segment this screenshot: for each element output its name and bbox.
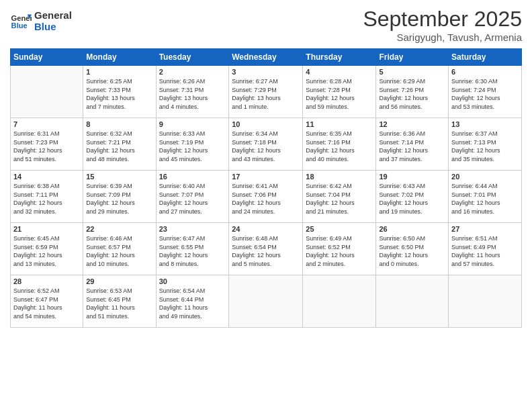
calendar-cell [376,275,449,328]
day-number: 6 [451,68,519,76]
day-info: Sunrise: 6:26 AMSunset: 7:31 PMDaylight:… [159,77,226,111]
day-number: 25 [306,225,373,233]
calendar-body: 1Sunrise: 6:25 AMSunset: 7:33 PMDaylight… [11,66,522,328]
calendar-week-row: 28Sunrise: 6:52 AMSunset: 6:47 PMDayligh… [11,275,522,328]
day-info: Sunrise: 6:49 AMSunset: 6:52 PMDaylight:… [306,234,373,268]
calendar-cell: 12Sunrise: 6:36 AMSunset: 7:14 PMDayligh… [376,118,449,171]
calendar-cell: 5Sunrise: 6:29 AMSunset: 7:26 PMDaylight… [376,66,449,118]
day-number: 19 [379,173,445,181]
logo: General Blue General Blue [10,9,72,32]
day-number: 16 [159,173,226,181]
weekday-header-sunday: Sunday [11,49,83,66]
day-info: Sunrise: 6:45 AMSunset: 6:59 PMDaylight:… [13,234,80,268]
calendar-cell: 8Sunrise: 6:32 AMSunset: 7:21 PMDaylight… [83,118,156,171]
calendar-cell: 26Sunrise: 6:50 AMSunset: 6:50 PMDayligh… [376,223,449,275]
calendar-cell: 27Sunrise: 6:51 AMSunset: 6:49 PMDayligh… [449,223,522,275]
calendar-week-row: 21Sunrise: 6:45 AMSunset: 6:59 PMDayligh… [11,223,522,275]
calendar-cell: 6Sunrise: 6:30 AMSunset: 7:24 PMDaylight… [449,66,522,118]
calendar-cell: 11Sunrise: 6:35 AMSunset: 7:16 PMDayligh… [303,118,376,171]
weekday-header-row: SundayMondayTuesdayWednesdayThursdayFrid… [11,49,522,66]
logo-general: General [34,9,72,21]
day-number: 2 [159,68,226,76]
calendar-cell [449,275,522,328]
day-info: Sunrise: 6:28 AMSunset: 7:28 PMDaylight:… [306,77,373,111]
calendar-cell: 19Sunrise: 6:43 AMSunset: 7:02 PMDayligh… [376,171,449,223]
day-info: Sunrise: 6:34 AMSunset: 7:18 PMDaylight:… [232,130,300,163]
weekday-header-tuesday: Tuesday [156,49,229,66]
calendar-cell: 17Sunrise: 6:41 AMSunset: 7:06 PMDayligh… [229,171,303,223]
calendar-cell: 20Sunrise: 6:44 AMSunset: 7:01 PMDayligh… [449,171,522,223]
day-info: Sunrise: 6:47 AMSunset: 6:55 PMDaylight:… [159,234,226,268]
day-info: Sunrise: 6:44 AMSunset: 7:01 PMDaylight:… [451,182,519,216]
calendar-cell: 14Sunrise: 6:38 AMSunset: 7:11 PMDayligh… [11,171,83,223]
day-number: 17 [232,173,300,181]
day-info: Sunrise: 6:31 AMSunset: 7:23 PMDaylight:… [13,130,80,163]
day-number: 30 [159,277,226,285]
day-number: 29 [86,277,152,285]
calendar-cell: 25Sunrise: 6:49 AMSunset: 6:52 PMDayligh… [303,223,376,275]
day-number: 5 [379,68,445,76]
calendar-cell [229,275,303,328]
weekday-header-wednesday: Wednesday [229,49,303,66]
day-info: Sunrise: 6:36 AMSunset: 7:14 PMDaylight:… [379,130,445,163]
calendar-header: SundayMondayTuesdayWednesdayThursdayFrid… [11,49,522,66]
calendar-cell: 3Sunrise: 6:27 AMSunset: 7:29 PMDaylight… [229,66,303,118]
calendar-cell: 22Sunrise: 6:46 AMSunset: 6:57 PMDayligh… [83,223,156,275]
calendar-cell: 4Sunrise: 6:28 AMSunset: 7:28 PMDaylight… [303,66,376,118]
day-number: 20 [451,173,519,181]
day-info: Sunrise: 6:29 AMSunset: 7:26 PMDaylight:… [379,77,445,111]
day-info: Sunrise: 6:35 AMSunset: 7:16 PMDaylight:… [306,130,373,163]
day-info: Sunrise: 6:27 AMSunset: 7:29 PMDaylight:… [232,77,300,111]
day-number: 18 [306,173,373,181]
calendar-cell: 7Sunrise: 6:31 AMSunset: 7:23 PMDaylight… [11,118,83,171]
calendar-cell: 24Sunrise: 6:48 AMSunset: 6:54 PMDayligh… [229,223,303,275]
calendar-cell: 1Sunrise: 6:25 AMSunset: 7:33 PMDaylight… [83,66,156,118]
calendar-week-row: 7Sunrise: 6:31 AMSunset: 7:23 PMDaylight… [11,118,522,171]
day-number: 4 [306,68,373,76]
calendar-cell: 16Sunrise: 6:40 AMSunset: 7:07 PMDayligh… [156,171,229,223]
weekday-header-friday: Friday [376,49,449,66]
day-info: Sunrise: 6:50 AMSunset: 6:50 PMDaylight:… [379,234,445,268]
calendar-table: SundayMondayTuesdayWednesdayThursdayFrid… [10,48,522,328]
calendar-cell [303,275,376,328]
day-info: Sunrise: 6:32 AMSunset: 7:21 PMDaylight:… [86,130,152,163]
day-info: Sunrise: 6:51 AMSunset: 6:49 PMDaylight:… [451,234,519,268]
day-info: Sunrise: 6:42 AMSunset: 7:04 PMDaylight:… [306,182,373,216]
day-number: 27 [451,225,519,233]
title-block: September 2025 Sarigyugh, Tavush, Armeni… [363,7,522,43]
calendar-cell: 15Sunrise: 6:39 AMSunset: 7:09 PMDayligh… [83,171,156,223]
day-info: Sunrise: 6:53 AMSunset: 6:45 PMDaylight:… [86,287,152,320]
day-info: Sunrise: 6:48 AMSunset: 6:54 PMDaylight:… [232,234,300,268]
day-number: 1 [86,68,152,76]
day-info: Sunrise: 6:37 AMSunset: 7:13 PMDaylight:… [451,130,519,163]
logo-icon: General Blue [10,10,32,32]
day-number: 15 [86,173,152,181]
calendar-cell: 9Sunrise: 6:33 AMSunset: 7:19 PMDaylight… [156,118,229,171]
header: General Blue General Blue September 2025… [10,7,522,43]
calendar-cell: 13Sunrise: 6:37 AMSunset: 7:13 PMDayligh… [449,118,522,171]
logo-blue: Blue [34,21,72,32]
calendar-cell [11,66,83,118]
day-info: Sunrise: 6:30 AMSunset: 7:24 PMDaylight:… [451,77,519,111]
calendar-cell: 23Sunrise: 6:47 AMSunset: 6:55 PMDayligh… [156,223,229,275]
day-info: Sunrise: 6:33 AMSunset: 7:19 PMDaylight:… [159,130,226,163]
day-info: Sunrise: 6:41 AMSunset: 7:06 PMDaylight:… [232,182,300,216]
calendar-cell: 28Sunrise: 6:52 AMSunset: 6:47 PMDayligh… [11,275,83,328]
weekday-header-monday: Monday [83,49,156,66]
calendar-cell: 18Sunrise: 6:42 AMSunset: 7:04 PMDayligh… [303,171,376,223]
day-number: 14 [13,173,80,181]
day-number: 8 [86,120,152,128]
day-number: 28 [13,277,80,285]
day-info: Sunrise: 6:46 AMSunset: 6:57 PMDaylight:… [86,234,152,268]
day-number: 7 [13,120,80,128]
calendar-cell: 30Sunrise: 6:54 AMSunset: 6:44 PMDayligh… [156,275,229,328]
weekday-header-saturday: Saturday [449,49,522,66]
calendar-week-row: 1Sunrise: 6:25 AMSunset: 7:33 PMDaylight… [11,66,522,118]
day-number: 21 [13,225,80,233]
day-info: Sunrise: 6:38 AMSunset: 7:11 PMDaylight:… [13,182,80,216]
calendar-cell: 2Sunrise: 6:26 AMSunset: 7:31 PMDaylight… [156,66,229,118]
day-info: Sunrise: 6:52 AMSunset: 6:47 PMDaylight:… [13,287,80,320]
day-number: 12 [379,120,445,128]
day-info: Sunrise: 6:25 AMSunset: 7:33 PMDaylight:… [86,77,152,111]
day-number: 26 [379,225,445,233]
